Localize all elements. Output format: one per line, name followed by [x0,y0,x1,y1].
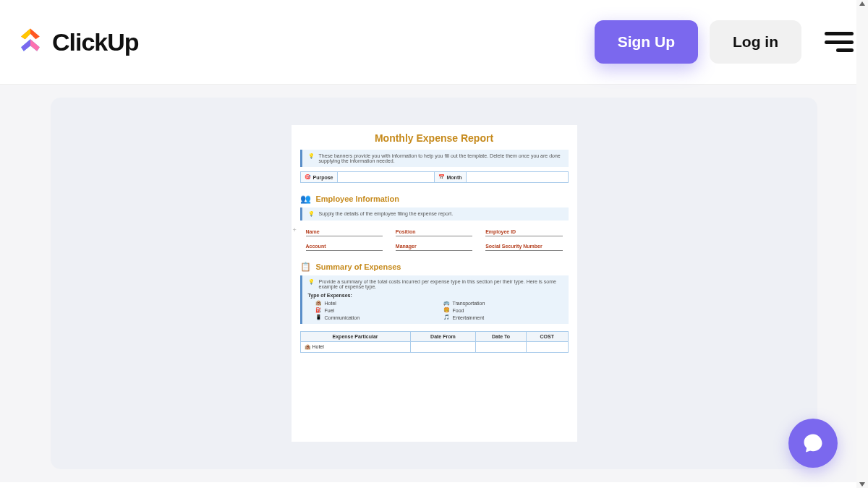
lightbulb-icon: 💡 [308,211,315,217]
hotel-icon: 🏨 [315,300,322,306]
clipboard-icon: 📋 [300,261,312,273]
manager-field[interactable]: Manager [396,244,472,251]
account-field[interactable]: Account [306,244,383,251]
content-area: Monthly Expense Report 💡 These banners p… [0,85,868,482]
calendar-icon: 📅 [438,174,445,180]
bus-icon: 🚌 [443,300,450,306]
col-cost: COST [527,332,569,342]
chat-button[interactable] [788,419,838,468]
add-row-icon[interactable]: + [293,226,297,234]
date-to-cell[interactable] [476,342,527,353]
music-icon: 🎵 [443,314,450,320]
purpose-label: Purpose [313,175,333,180]
brand-logo[interactable]: ClickUp [14,25,139,59]
month-field[interactable] [467,175,509,179]
month-label: Month [447,175,462,180]
summary-banner-text: Provide a summary of the total costs inc… [319,279,563,289]
col-date-to: Date To [476,332,527,342]
lightbulb-icon: 💡 [308,279,315,289]
menu-icon[interactable] [825,32,854,52]
table-header-row: Expense Particular Date From Date To COS… [300,332,568,342]
expense-table: Expense Particular Date From Date To COS… [300,331,569,353]
expense-types-list: 🏨Hotel 🚌Transportation ⛽Fuel 🍔Food 📱Comm… [308,300,563,320]
list-item: ⛽Fuel [315,307,435,313]
fuel-icon: ⛽ [315,307,322,313]
employee-banner: 💡 Supply the details of the employee fil… [300,207,569,221]
brand-name: ClickUp [52,28,139,56]
list-item: 🏨Hotel [315,300,435,306]
employee-banner-text: Supply the details of the employee filin… [319,211,454,217]
document-title: Monthly Expense Report [300,132,569,144]
meta-row: 🎯 Purpose 📅 Month [300,171,569,183]
summary-banner: 💡 Provide a summary of the total costs i… [300,275,569,324]
target-icon: 🎯 [305,174,311,180]
ssn-field[interactable]: Social Security Number [485,244,562,251]
login-button[interactable]: Log in [710,20,801,64]
position-field[interactable]: Position [396,229,472,236]
scroll-up-icon[interactable] [859,1,865,6]
employee-section-header: 👥 Employee Information [300,193,569,205]
date-from-cell[interactable] [410,342,475,353]
info-banner: 💡 These banners provide you with informa… [300,150,569,167]
list-item: 🚌Transportation [443,300,563,306]
col-particular: Expense Particular [300,332,410,342]
phone-icon: 📱 [315,314,322,320]
cost-cell[interactable] [527,342,569,353]
summary-section-title: Summary of Expenses [316,262,401,271]
employee-id-field[interactable]: Employee ID [485,229,562,236]
name-field[interactable]: Name [306,229,383,236]
people-icon: 👥 [300,193,312,205]
lightbulb-icon: 💡 [308,153,315,163]
hotel-icon: 🏨 [305,344,311,349]
clickup-logo-icon [14,25,46,59]
scroll-down-icon[interactable] [859,482,865,487]
template-preview-card: Monthly Expense Report 💡 These banners p… [51,98,817,469]
col-date-from: Date From [410,332,475,342]
site-header: ClickUp Sign Up Log in [0,0,868,85]
list-item: 📱Communication [315,314,435,320]
summary-section-header: 📋 Summary of Expenses [300,261,569,273]
employee-section-title: Employee Information [316,194,400,203]
signup-button[interactable]: Sign Up [595,20,698,64]
list-item: 🎵Entertainment [443,314,563,320]
list-item: 🍔Food [443,307,563,313]
header-actions: Sign Up Log in [595,20,854,64]
food-icon: 🍔 [443,307,450,313]
expense-types-label: Type of Expenses: [308,293,563,298]
chat-icon [802,432,824,454]
employee-fields: Name Position Employee ID Account Manage… [300,225,569,261]
purpose-field[interactable] [338,175,380,179]
table-row[interactable]: 🏨 Hotel [300,342,568,353]
expense-report-document: Monthly Expense Report 💡 These banners p… [292,125,577,442]
banner-text: These banners provide you with informati… [319,153,563,163]
scrollbar[interactable] [856,0,868,488]
